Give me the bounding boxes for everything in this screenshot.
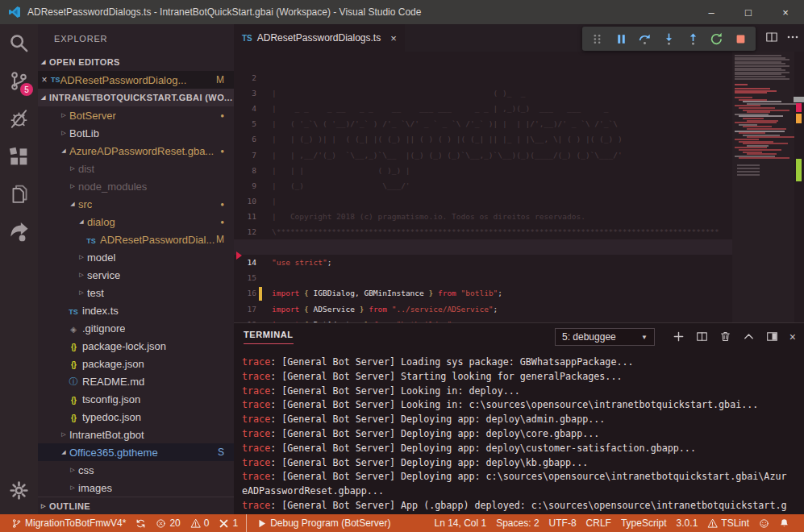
tab-close-icon[interactable]: × xyxy=(385,32,397,44)
editor-line: 17 import { BotAdapter } from "botbuilde… xyxy=(234,286,732,301)
statusbar-utf-8[interactable]: UTF-8 xyxy=(544,514,581,532)
maximize-button[interactable]: □ xyxy=(730,0,767,24)
debug-stop-button[interactable] xyxy=(731,30,749,48)
settings-button[interactable] xyxy=(0,474,38,506)
tree-item[interactable]: TSindex.ts xyxy=(38,301,234,319)
tree-item[interactable]: TSADResetPasswordDial... M xyxy=(38,231,234,248)
tree-item[interactable]: ▷model xyxy=(38,248,234,266)
split-editor-button[interactable] xyxy=(765,31,778,46)
tree-item[interactable]: ◈.gitignore xyxy=(38,319,234,337)
terminal-maximize-panel-button[interactable] xyxy=(766,330,778,345)
terminal-output[interactable]: trace: [General Bot Server] Loading sys … xyxy=(242,355,794,514)
tree-item[interactable]: ▷node_modules xyxy=(38,177,234,195)
statusbar-3-0-1[interactable]: 3.0.1 xyxy=(672,514,703,532)
tree-item[interactable]: ▷service xyxy=(38,266,234,284)
tree-item[interactable]: ◢dialog ● xyxy=(38,213,234,231)
debug-restart-button[interactable] xyxy=(708,30,726,48)
tree-item[interactable]: {}typedoc.json xyxy=(38,408,234,426)
terminal-plus-button[interactable] xyxy=(673,330,685,345)
vscode-logo-icon xyxy=(8,6,21,19)
tree-item[interactable]: ▷BotLib xyxy=(38,124,234,142)
statusbar-play[interactable]: Debug Program (BotServer) xyxy=(246,514,395,532)
terminal-line: trace: [General Bot Server] Looking in: … xyxy=(242,384,794,399)
json-file-icon: {} xyxy=(71,343,76,351)
tree-item[interactable]: ▷css xyxy=(38,461,234,479)
json-file-icon: {} xyxy=(71,360,76,369)
terminal-split-terminal-button[interactable] xyxy=(696,330,708,345)
debug-step-into-button[interactable] xyxy=(660,30,678,48)
outline-header[interactable]: ▷ OUTLINE xyxy=(38,497,234,514)
terminal-trash-button[interactable] xyxy=(719,330,731,345)
chevron-down-icon: ▼ xyxy=(641,334,648,341)
debug-toolbar xyxy=(582,27,756,51)
debug-grip-button[interactable] xyxy=(589,30,606,48)
ellipsis-button[interactable] xyxy=(786,31,799,46)
chevron-collapsed-icon: ▷ xyxy=(58,130,69,136)
debug-arrow-icon xyxy=(236,251,242,260)
statusbar-tools[interactable]: 1 xyxy=(214,514,243,532)
code-editor[interactable]: 2 | ( )_ _ 3 | _ _ _ __ _ _ __ ___ ___ _… xyxy=(234,52,732,322)
tree-item[interactable]: ◢AzureADPasswordReset.gba... ● xyxy=(38,142,234,160)
activity-search-button[interactable] xyxy=(0,24,38,62)
editor-group: TS ADResetPasswordDialogs.ts × 2 | ( )_ … xyxy=(234,24,804,322)
tree-item[interactable]: ▷IntranetBot.gbot xyxy=(38,426,234,443)
statusbar-error-circle[interactable]: 20 xyxy=(151,514,185,532)
json-file-icon: {} xyxy=(71,396,76,405)
terminal-line: trace: [General Bot Server] Looking in: … xyxy=(242,398,794,413)
activity-bar: 5 xyxy=(0,24,38,514)
activity-share-button[interactable] xyxy=(0,214,38,251)
terminal-line: trace: [General Bot Server] Deploying ap… xyxy=(242,427,794,442)
minimap[interactable] xyxy=(732,52,794,322)
editor-line: 8 | (_) \___/' xyxy=(234,148,732,163)
open-editors-header[interactable]: ◢ OPEN EDITORS xyxy=(38,53,234,71)
terminal-close-panel-button[interactable]: × xyxy=(789,330,796,345)
editor-line: 6 | | ,__/'(_) `\__,_)`\__ |(_) (_) (_)`… xyxy=(234,116,732,131)
tree-item[interactable]: {}tsconfig.json xyxy=(38,390,234,408)
activity-debug-button[interactable] xyxy=(0,100,38,138)
sidebar-title: EXPLORER xyxy=(38,24,234,53)
tree-item[interactable]: ▷images xyxy=(38,479,234,497)
close-button[interactable]: × xyxy=(767,0,804,24)
statusbar-spaces-2[interactable]: Spaces: 2 xyxy=(491,514,544,532)
tree-item[interactable]: ⓘREADME.md xyxy=(38,372,234,390)
activity-source-control-button[interactable]: 5 xyxy=(0,62,38,100)
statusbar-bell[interactable] xyxy=(774,514,794,532)
scrollbar-thumb[interactable] xyxy=(794,97,804,102)
statusbar-warning-triangle[interactable]: 0 xyxy=(185,514,215,532)
statusbar-typescript[interactable]: TypeScript xyxy=(616,514,672,532)
close-icon[interactable]: × xyxy=(38,74,51,85)
minimize-button[interactable]: – xyxy=(693,0,730,24)
tree-item[interactable]: {}package.json xyxy=(38,355,234,372)
tab-adresetpassworddialogs[interactable]: TS ADResetPasswordDialogs.ts × xyxy=(234,24,405,52)
chevron-expanded-icon: ◢ xyxy=(67,201,78,207)
terminal-tab[interactable]: TERMINAL xyxy=(244,330,294,344)
line-number: 18 xyxy=(234,317,256,322)
workspace-header[interactable]: ◢ INTRANETBOTQUICKSTART.GBAI (WO... xyxy=(38,89,234,106)
statusbar-ln-14-col-1[interactable]: Ln 14, Col 1 xyxy=(429,514,491,532)
statusbar-smiley[interactable] xyxy=(754,514,774,532)
terminal-line: eADPasswordReset.gbapp... xyxy=(242,484,794,499)
editor-line: 9 | xyxy=(234,163,732,178)
tree-item[interactable]: ◢src ● xyxy=(38,195,234,213)
tree-item[interactable]: ◢Office365.gbtheme S xyxy=(38,443,234,461)
terminal-line: trace: [General Bot Server] App (.gbapp)… xyxy=(242,499,794,513)
statusbar-crlf[interactable]: CRLF xyxy=(581,514,616,532)
activity-files-button[interactable] xyxy=(0,176,38,214)
tree-item[interactable]: {}package-lock.json xyxy=(38,337,234,355)
terminal-line: trace: [General Bot Server] Deploying ap… xyxy=(242,456,794,471)
statusbar-sync[interactable] xyxy=(131,514,151,532)
statusbar-git-branch[interactable]: MigrationToBotFmwV4* xyxy=(6,514,131,532)
tree-item[interactable]: ▷BotServer ● xyxy=(38,106,234,124)
terminal-header: TERMINAL 5: debuggee ▼ × xyxy=(234,323,804,351)
open-editor-item[interactable]: × TS ADResetPasswordDialog... M xyxy=(38,71,234,89)
debug-pause-button[interactable] xyxy=(612,30,630,48)
debug-step-over-button[interactable] xyxy=(636,30,654,48)
tree-item[interactable]: ▷dist xyxy=(38,160,234,177)
statusbar-warning-triangle[interactable]: TSLint xyxy=(702,514,754,532)
scm-badge: 5 xyxy=(20,83,33,96)
activity-extensions-button[interactable] xyxy=(0,138,38,176)
terminal-select[interactable]: 5: debuggee ▼ xyxy=(555,328,655,346)
tree-item[interactable]: ▷test xyxy=(38,284,234,301)
terminal-chevron-up-button[interactable] xyxy=(743,330,755,345)
debug-step-out-button[interactable] xyxy=(684,30,702,48)
